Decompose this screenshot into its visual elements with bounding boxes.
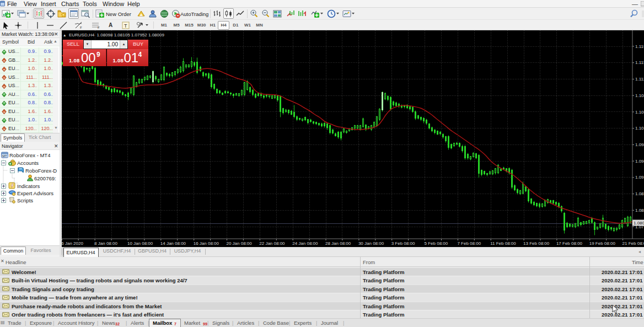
svg-text:1.0840: 1.0840 xyxy=(635,208,644,213)
svg-text:F: F xyxy=(98,26,100,29)
svg-text:1.1190: 1.1190 xyxy=(635,44,644,49)
svg-text:17 Feb 08:00: 17 Feb 08:00 xyxy=(556,241,583,246)
svg-text:3 Feb 08:00: 3 Feb 08:00 xyxy=(391,241,415,246)
svg-text:1.1015: 1.1015 xyxy=(635,126,644,131)
svg-text:1.1120: 1.1120 xyxy=(635,77,644,82)
svg-text:24 Jan 08:00: 24 Jan 08:00 xyxy=(292,241,318,246)
svg-text:21 Feb 08:00: 21 Feb 08:00 xyxy=(622,241,644,246)
svg-text:11 Feb 08:00: 11 Feb 08:00 xyxy=(490,241,516,246)
svg-text:6 Jan 2020: 6 Jan 2020 xyxy=(62,241,83,246)
svg-text:1.0910: 1.0910 xyxy=(635,175,644,180)
svg-text:1.0875: 1.0875 xyxy=(635,191,644,196)
svg-text:7 Feb 08:00: 7 Feb 08:00 xyxy=(457,241,481,246)
svg-text:5 Feb 08:00: 5 Feb 08:00 xyxy=(425,241,448,246)
svg-text:16 Jan 08:00: 16 Jan 08:00 xyxy=(194,241,219,246)
svg-text:28 Jan 08:00: 28 Jan 08:00 xyxy=(325,241,351,246)
svg-text:8 Jan 08:00: 8 Jan 08:00 xyxy=(94,241,117,246)
svg-text:1.0800: 1.0800 xyxy=(634,221,644,226)
svg-text:1.1085: 1.1085 xyxy=(635,93,644,98)
svg-text:14 Jan 08:00: 14 Jan 08:00 xyxy=(160,241,186,246)
svg-text:F: F xyxy=(80,26,82,29)
svg-text:20 Jan 08:00: 20 Jan 08:00 xyxy=(227,241,253,246)
svg-text:30 Jan 08:00: 30 Jan 08:00 xyxy=(358,241,384,246)
svg-text:1.1050: 1.1050 xyxy=(635,110,644,115)
svg-text:1.1155: 1.1155 xyxy=(635,60,644,65)
svg-text:19 Feb 08:00: 19 Feb 08:00 xyxy=(589,241,616,246)
svg-text:1.0980: 1.0980 xyxy=(635,142,644,147)
svg-text:22 Jan 08:00: 22 Jan 08:00 xyxy=(259,241,285,246)
svg-text:1.0945: 1.0945 xyxy=(635,159,644,164)
svg-text:10 Jan 08:00: 10 Jan 08:00 xyxy=(127,241,153,246)
svg-text:13 Feb 08:00: 13 Feb 08:00 xyxy=(523,241,550,246)
svg-text:T: T xyxy=(124,23,127,29)
svg-text:MT: MT xyxy=(2,154,7,158)
